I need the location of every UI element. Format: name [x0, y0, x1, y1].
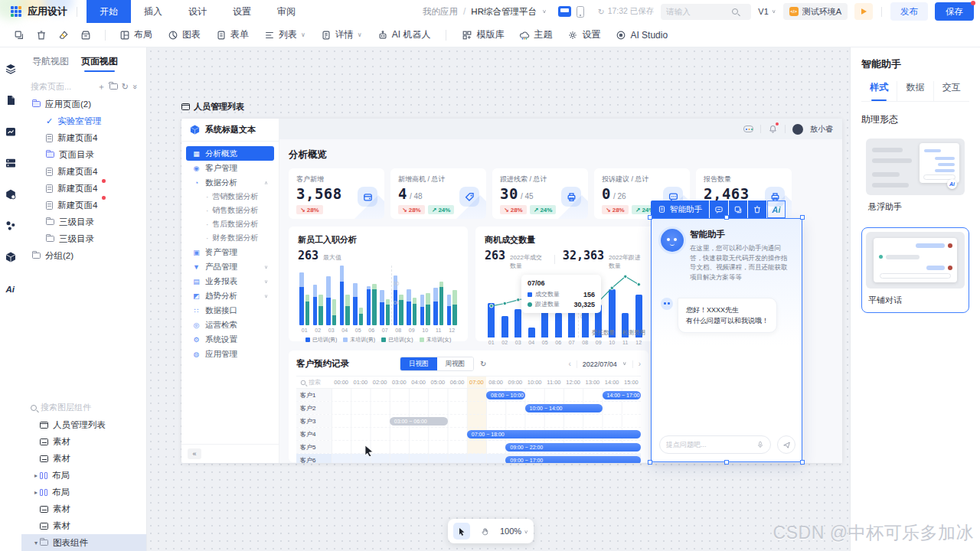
gantt-row[interactable]: 客户609:00 ~ 17:00 [296, 454, 641, 463]
environment-badge[interactable]: </>测试环境A [783, 3, 848, 20]
ribbon-item-chart[interactable]: 图表 [161, 26, 207, 44]
tree-item[interactable]: 新建页面4 [21, 180, 146, 197]
gantt-search[interactable]: 搜索 [296, 377, 332, 388]
breadcrumb-caret-icon[interactable]: ∨ [542, 8, 547, 14]
desktop-preview-icon[interactable] [558, 6, 571, 17]
properties-tab-交互[interactable]: 交互 [933, 81, 969, 101]
chart-card-onboarding[interactable]: 新员工入职分析 263 最大值 00 00 010203040506070809… [289, 227, 468, 341]
sidebar-collapse-button[interactable]: « [188, 448, 201, 459]
gantt-view-日视图[interactable]: 日视图 [400, 357, 437, 370]
run-button[interactable] [854, 3, 873, 20]
gantt-bar[interactable]: 09:00 ~ 17:00 [505, 456, 641, 464]
stat-card[interactable]: 新增商机 / 总计4/ 48↘28%↗24% [390, 168, 486, 219]
page-search[interactable]: 搜索页面... ＋ ↻ » [21, 77, 146, 96]
mock-nav-item[interactable]: ▣资产管理 [186, 245, 274, 259]
ribbon-item-detail[interactable]: 详情∨ [314, 26, 369, 44]
eraser-button[interactable] [54, 26, 74, 44]
resize-handle-s[interactable] [724, 460, 729, 465]
layer-item[interactable]: 人员管理列表 [21, 416, 146, 433]
gantt-bar[interactable]: 07:00 ~ 18:00 [467, 430, 641, 439]
refresh-icon[interactable]: ↻ [122, 83, 129, 91]
assistant-mode-option-平铺对话[interactable]: 平铺对话 [861, 227, 969, 313]
rail-pages-icon[interactable] [5, 94, 17, 109]
resize-handle-n[interactable] [724, 215, 729, 220]
mock-nav-item[interactable]: ∷数据接口 [186, 303, 274, 318]
user-avatar[interactable] [792, 124, 803, 135]
resize-handle-nw[interactable] [648, 215, 652, 220]
add-page-icon[interactable]: ＋ [97, 83, 106, 91]
layer-item[interactable]: ▸布局 [21, 467, 146, 484]
version-selector[interactable]: V1∨ [758, 7, 776, 16]
gantt-date[interactable]: 2022/07/04 [583, 360, 617, 368]
ribbon-item-gear[interactable]: 设置 [560, 26, 607, 44]
resize-handle-sw[interactable] [648, 460, 652, 465]
global-search[interactable] [661, 4, 751, 20]
mock-nav-item[interactable]: ◉客户管理 [186, 161, 274, 175]
ai-chat-input-field[interactable] [666, 441, 756, 448]
gantt-refresh-icon[interactable]: ↻ [480, 360, 486, 368]
tree-item[interactable]: 三级目录 [21, 230, 146, 247]
palette-icon[interactable] [743, 126, 753, 132]
ribbon-item-layout[interactable]: 布局 [113, 26, 159, 44]
rail-list-icon[interactable] [5, 157, 17, 171]
mock-nav-item[interactable]: ▦分析概览 [186, 146, 274, 161]
copy-button[interactable] [9, 26, 29, 44]
tree-item[interactable]: 分组(2) [21, 247, 146, 264]
gantt-bar[interactable]: 14:00 ~ 17:00 [603, 391, 642, 399]
mock-nav-item[interactable]: ▼产品管理∨ [186, 259, 274, 274]
bell-icon[interactable] [768, 124, 778, 134]
menu-tab-插入[interactable]: 插入 [131, 0, 175, 23]
menu-tab-审阅[interactable]: 审阅 [264, 0, 309, 23]
canvas-page-label[interactable]: 人员管理列表 [181, 101, 244, 112]
collapse-all-icon[interactable]: » [130, 84, 139, 89]
stat-card[interactable]: 客户新增3,568↘28% [289, 168, 384, 219]
save-button[interactable]: 保存 [935, 2, 974, 21]
tree-item[interactable]: 三级目录 [21, 214, 146, 230]
gantt-bar[interactable]: 08:00 ~ 10:00 [486, 391, 525, 399]
chevron-right-icon[interactable]: ▸ [32, 472, 40, 479]
gantt-card-appointments[interactable]: 客户预约记录 日视图周视图 ↻ ‹ 2022/07/04 ∨ › 搜索00:00… [289, 350, 648, 462]
resize-handle-se[interactable] [800, 460, 805, 465]
tree-item[interactable]: 页面目录 [21, 146, 146, 163]
ribbon-item-list[interactable]: 列表∨ [257, 26, 312, 44]
tree-item[interactable]: 新建页面4 [21, 163, 146, 180]
rail-layers-icon[interactable] [5, 63, 17, 77]
ai-assistant-toolbar-button[interactable]: 智能助手 [651, 201, 709, 218]
properties-tab-数据[interactable]: 数据 [897, 81, 933, 101]
resize-handle-ne[interactable] [800, 215, 805, 220]
gantt-row[interactable]: 客户509:00 ~ 22:00 [296, 441, 641, 454]
menu-tab-开始[interactable]: 开始 [87, 0, 131, 23]
layer-item[interactable]: 素材 [21, 450, 146, 467]
search-icon[interactable] [732, 8, 738, 15]
mock-nav-item[interactable]: 财务数据分析 [186, 231, 274, 245]
layer-item[interactable]: 素材 [21, 517, 146, 534]
tree-item[interactable]: 新建页面4 [21, 197, 146, 214]
mock-nav-item[interactable]: ▤业务报表∨ [186, 274, 274, 289]
ai-chat-input[interactable] [659, 435, 771, 454]
mock-nav-item[interactable]: ◔数据分析∧ [186, 175, 274, 190]
chevron-down-icon[interactable]: ▾ [32, 540, 40, 546]
gantt-view-周视图[interactable]: 周视图 [437, 357, 474, 370]
tree-item[interactable]: 新建页面4 [21, 129, 146, 146]
rail-cube-icon[interactable] [5, 251, 17, 266]
rail-nodes-icon[interactable] [5, 220, 17, 234]
gantt-prev-icon[interactable]: ‹ [568, 360, 570, 368]
rail-package-icon[interactable] [5, 188, 17, 203]
chart-card-deals[interactable]: 商机成交数量 2632022年成交数量32,3632022年跟进数量 00 00… [475, 227, 655, 341]
delete-button[interactable] [748, 201, 766, 218]
mock-nav-item[interactable]: ◍应用管理 [186, 347, 274, 361]
chevron-right-icon[interactable]: ▸ [32, 489, 40, 496]
mock-nav-item[interactable]: ◩趋势分析∨ [186, 289, 274, 303]
ribbon-item-form[interactable]: 表单 [209, 26, 256, 44]
gantt-row[interactable]: 客户210:00 ~ 14:00 [296, 402, 641, 415]
stat-card[interactable]: 跟进线索 / 总计30/ 45↘28%↗24% [492, 168, 588, 219]
panel-tab-导航视图[interactable]: 导航视图 [32, 55, 69, 72]
gantt-bar[interactable]: 09:00 ~ 22:00 [505, 443, 641, 452]
breadcrumb-parent[interactable]: 我的应用 [423, 6, 458, 18]
mock-nav-item[interactable]: ◎运营检索 [186, 318, 274, 332]
gantt-row[interactable]: 客户108:00 ~ 10:0014:00 ~ 17:00 [296, 389, 641, 402]
add-folder-icon[interactable] [109, 83, 118, 91]
layer-item[interactable]: 素材 [21, 500, 146, 517]
layer-item[interactable]: 素材 [21, 433, 146, 450]
rail-chart-icon[interactable] [5, 126, 17, 140]
